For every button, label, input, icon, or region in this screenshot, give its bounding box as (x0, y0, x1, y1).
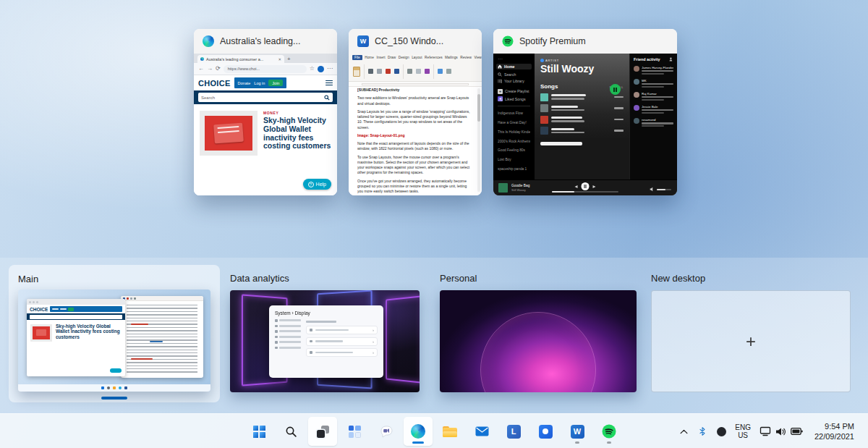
choice-nav-band: Donate Log in Join (234, 77, 287, 88)
chat-button[interactable] (372, 417, 401, 446)
add-desktop-icon: + (746, 333, 756, 350)
mini-start-icon (101, 386, 104, 389)
choice-search-band: Search (194, 90, 337, 104)
start-button[interactable] (244, 417, 273, 446)
doc-paragraph: To use Snap Layouts, hover the mouse cur… (357, 155, 470, 176)
friend-activity-header: Friend activity (634, 57, 673, 62)
desktop-name[interactable]: Data analytics (230, 273, 420, 284)
choice-logo: CHOICE (198, 79, 231, 88)
friend-row: MK (634, 79, 673, 88)
desktop-card-analytics[interactable]: Data analytics System › Display (230, 273, 420, 392)
spotify-icon (502, 35, 514, 47)
lists-app-button[interactable]: L (499, 417, 528, 446)
tab-title: Australia's leading consumer a... (206, 57, 263, 62)
l-app-icon: L (507, 425, 521, 439)
mini-help-pill (110, 368, 122, 373)
window-thumbnail-edge[interactable]: Australia's leading... Australia's leadi… (194, 29, 337, 195)
tab-favicon (200, 57, 204, 61)
widgets-icon (349, 426, 361, 438)
friend-avatar (634, 118, 639, 124)
article-image-frame (200, 111, 258, 156)
file-explorer-button[interactable] (435, 417, 464, 446)
forward-icon: → (207, 66, 213, 72)
profile-avatar (318, 66, 324, 72)
new-desktop-button[interactable]: + (651, 290, 851, 392)
wallpaper-ring (480, 312, 596, 392)
window-thumbnail-spotify[interactable]: Spotify Premium ⋯ Home Search Your Libra… (493, 29, 677, 195)
album-art (540, 127, 548, 135)
mini-ribbon (121, 296, 203, 301)
desktop-thumbnail-analytics[interactable]: System › Display › (230, 290, 420, 392)
ribbon-tab: References (425, 56, 443, 59)
active-desktop-indicator (101, 397, 127, 400)
edge-icon (411, 424, 425, 439)
task-view-button[interactable] (308, 417, 337, 446)
liked-songs: ♥ Liked Songs (498, 96, 530, 101)
desktop-thumbnail-main[interactable]: CHOICE Sky-high Velocity Global Wallet i… (18, 289, 210, 392)
browser-address-bar: ← → ⟳ https://www.choi... ☆ ⋯ (194, 63, 337, 75)
spotify-icon (602, 424, 616, 439)
hidden-icons-button[interactable] (675, 417, 692, 446)
question-icon: ? (308, 182, 314, 187)
ribbon-icon (446, 69, 451, 74)
chevron-up-icon (680, 429, 688, 434)
system-tray: ENG US (675, 414, 868, 448)
library-icon (498, 79, 502, 83)
edge-taskbar-button[interactable] (404, 417, 433, 446)
friend-activity-panel: Friend activity James Harvey-Flander MK … (629, 54, 677, 179)
settings-content: › › › (306, 319, 378, 360)
donate-link: Donate (238, 81, 251, 85)
desktop-card-main[interactable]: Main CHOICE (9, 265, 220, 402)
join-button: Join (268, 80, 283, 86)
blue-app-button[interactable] (531, 417, 560, 446)
bluetooth-icon (698, 426, 707, 437)
search-placeholder: Search (201, 96, 215, 100)
folder-icon (443, 426, 457, 437)
browser-tab: Australia's leading consumer a... ✕ (197, 55, 284, 63)
playlist-item: This Is Holiday Kindergarten (498, 129, 530, 135)
section-title-skeleton (540, 142, 582, 145)
bluetooth-button[interactable] (694, 417, 711, 446)
mail-button[interactable] (467, 417, 496, 446)
ribbon-icon (407, 69, 412, 74)
browser-menu-icon: ⋯ (327, 66, 333, 72)
article-area: MONEY Sky-high Velocity Global Wallet in… (194, 104, 337, 195)
desktop-name[interactable]: New desktop (651, 273, 851, 284)
ribbon-tab-file: File (352, 55, 362, 60)
spotify-nav-search: Search (498, 72, 530, 77)
word-taskbar-button[interactable]: W (563, 417, 592, 446)
desktop-card-personal[interactable]: Personal (440, 273, 637, 392)
artist-label: ARTIST (540, 59, 624, 62)
search-icon (324, 95, 330, 101)
neon-wallpaper: System › Display › (230, 290, 420, 392)
mini-choice-header: CHOICE (27, 305, 125, 313)
article-kicker: MONEY (263, 111, 278, 115)
window-thumbnail-word[interactable]: W CC_150 Windo... File Home Insert Draw … (349, 29, 482, 195)
settings-sidebar (275, 319, 301, 360)
widgets-button[interactable] (340, 417, 369, 446)
spotify-taskbar-button[interactable] (595, 417, 624, 446)
desktop-name[interactable]: Main (18, 274, 210, 284)
home-icon (498, 64, 502, 69)
ribbon-icon (386, 69, 391, 74)
next-icon (593, 185, 596, 188)
desktop-card-new[interactable]: New desktop + (651, 273, 851, 392)
desktop-thumbnail-personal[interactable] (440, 290, 637, 392)
search-button[interactable] (276, 417, 305, 446)
new-tab-icon: + (287, 56, 291, 63)
language-switcher[interactable]: ENG US (731, 417, 754, 446)
favorites-icon: ☆ (310, 66, 315, 72)
taskbar: L W (0, 413, 868, 448)
desktop-name[interactable]: Personal (440, 273, 637, 284)
chat-icon (379, 425, 393, 439)
volume-icon (775, 427, 786, 436)
spotify-player-bar: Goodie Bag Still Woozy (493, 179, 677, 195)
ribbon-tab: Layout (412, 56, 422, 59)
word-icon: W (571, 425, 584, 439)
clock-button[interactable]: 9:54 PM 22/09/2021 (808, 417, 861, 446)
tray-app-button[interactable] (712, 417, 730, 446)
verified-badge-icon (540, 59, 544, 62)
playlist-item: Have a Great Day! (498, 119, 530, 126)
ribbon-tabs: File Home Insert Draw Design Layout Refe… (349, 54, 482, 62)
quick-settings-button[interactable] (756, 417, 807, 446)
